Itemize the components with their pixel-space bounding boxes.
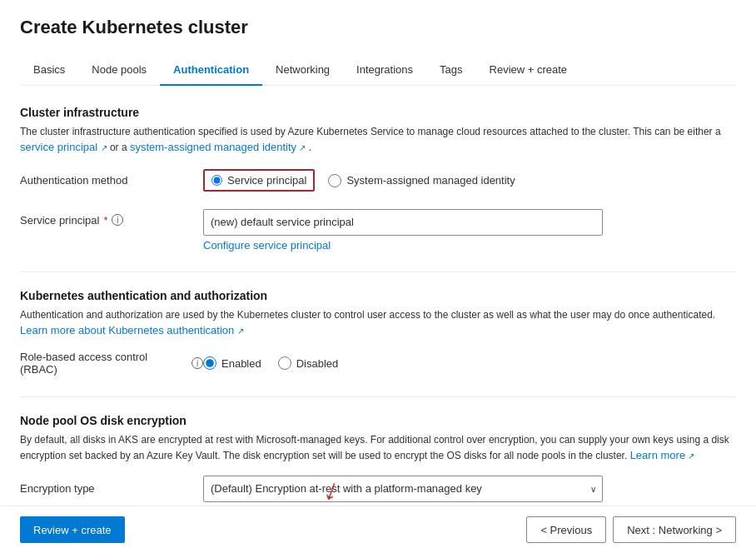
tab-navigation: Basics Node pools Authentication Network…	[20, 55, 736, 86]
auth-method-row: Authentication method Service principal …	[20, 167, 736, 194]
rbac-control: Enabled Disabled	[203, 356, 736, 370]
tab-integrations[interactable]: Integrations	[343, 55, 426, 86]
service-principal-radio-label: Service principal	[227, 174, 306, 187]
service-principal-label: Service principal * i	[20, 209, 203, 227]
auth-method-label: Authentication method	[20, 174, 203, 187]
k8s-auth-desc: Authentication and authorization are use…	[20, 307, 736, 339]
service-principal-input-area: Configure service principal	[203, 209, 736, 252]
rbac-disabled-radio[interactable]	[278, 356, 291, 370]
encryption-type-select-wrapper: (Default) Encryption at-rest with a plat…	[203, 476, 603, 502]
k8s-auth-section: Kubernetes authentication and authorizat…	[20, 289, 736, 377]
external-link-icon-2: ↗	[299, 143, 306, 152]
required-indicator: *	[103, 214, 107, 227]
tab-basics[interactable]: Basics	[20, 55, 78, 86]
node-pool-encryption-desc: By default, all disks in AKS are encrypt…	[20, 432, 736, 464]
encryption-learn-more-link[interactable]: Learn more	[630, 449, 685, 461]
rbac-disabled-option[interactable]: Disabled	[278, 356, 339, 370]
rbac-info-icon[interactable]: i	[191, 357, 203, 369]
cluster-infrastructure-section: Cluster infrastructure The cluster infra…	[20, 106, 736, 252]
tab-networking[interactable]: Networking	[262, 55, 343, 86]
encryption-type-row: Encryption type (Default) Encryption at-…	[20, 476, 736, 502]
review-create-button[interactable]: Review + create	[20, 516, 125, 543]
system-assigned-radio[interactable]	[328, 174, 341, 187]
tab-authentication[interactable]: Authentication	[160, 55, 262, 86]
previous-button[interactable]: < Previous	[526, 516, 606, 543]
section-divider-1	[20, 272, 736, 272]
tab-review-create[interactable]: Review + create	[476, 55, 581, 86]
system-assigned-link[interactable]: system-assigned managed identity	[130, 141, 296, 153]
service-principal-radio[interactable]	[211, 175, 222, 186]
k8s-auth-learn-more-link[interactable]: Learn more about Kubernetes authenticati…	[20, 324, 234, 336]
node-pool-encryption-title: Node pool OS disk encryption	[20, 414, 736, 427]
system-assigned-radio-label: System-assigned managed identity	[346, 174, 515, 187]
rbac-enabled-radio[interactable]	[203, 356, 216, 370]
rbac-label: Role-based access control (RBAC) i	[20, 351, 203, 376]
rbac-radio-group: Enabled Disabled	[203, 356, 338, 370]
configure-service-principal-link[interactable]: Configure service principal	[203, 239, 603, 252]
service-principal-link[interactable]: service principal	[20, 141, 97, 153]
node-pool-encryption-section: Node pool OS disk encryption By default,…	[20, 414, 736, 502]
rbac-enabled-label: Enabled	[221, 357, 261, 370]
k8s-auth-title: Kubernetes authentication and authorizat…	[20, 289, 736, 302]
auth-method-control: Service principal System-assigned manage…	[203, 169, 736, 192]
next-button[interactable]: Next : Networking >	[613, 516, 736, 543]
rbac-disabled-label: Disabled	[296, 357, 339, 370]
service-principal-info-icon[interactable]: i	[112, 214, 123, 226]
footer: Review + create < Previous Next : Networ…	[0, 506, 756, 553]
tab-tags[interactable]: Tags	[426, 55, 475, 86]
external-link-icon-4: ↗	[688, 451, 694, 461]
rbac-row: Role-based access control (RBAC) i Enabl…	[20, 350, 736, 376]
cluster-infrastructure-title: Cluster infrastructure	[20, 106, 736, 119]
encryption-type-control: (Default) Encryption at-rest with a plat…	[203, 476, 736, 502]
service-principal-option-box[interactable]: Service principal	[203, 169, 315, 192]
system-assigned-option[interactable]: System-assigned managed identity	[328, 174, 515, 187]
rbac-enabled-option[interactable]: Enabled	[203, 356, 261, 370]
section-divider-2	[20, 396, 736, 397]
service-principal-input[interactable]	[203, 209, 603, 236]
encryption-type-select[interactable]: (Default) Encryption at-rest with a plat…	[203, 476, 603, 502]
service-principal-row: Service principal * i Configure service …	[20, 206, 736, 252]
external-link-icon-3: ↗	[237, 326, 244, 336]
encryption-type-label: Encryption type	[20, 482, 203, 495]
page-title: Create Kubernetes cluster	[20, 17, 736, 38]
external-link-icon-1: ↗	[101, 143, 107, 152]
cluster-infrastructure-desc: The cluster infrastructure authenticatio…	[20, 124, 736, 156]
tab-node-pools[interactable]: Node pools	[78, 55, 160, 86]
